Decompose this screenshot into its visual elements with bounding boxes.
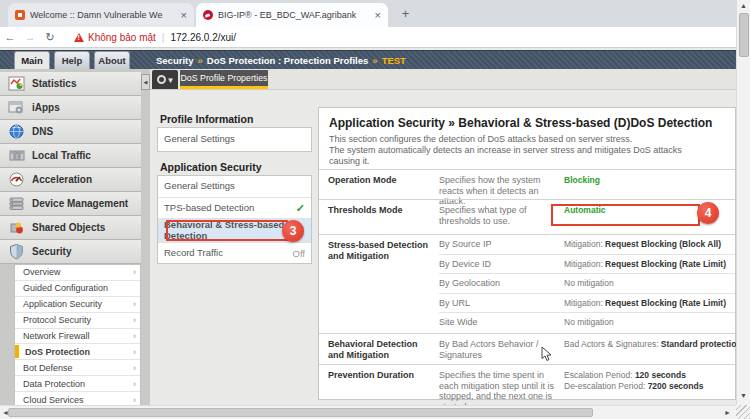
- mitigation-prefix: No mitigation: [564, 317, 614, 327]
- tab-dos-profile-properties[interactable]: DoS Profile Properties: [180, 70, 268, 89]
- menu-item-tps-based-detection[interactable]: TPS-based Detection ✓: [158, 198, 311, 219]
- security-warning-label[interactable]: Không bảo mật: [88, 32, 156, 43]
- sidebar-item-label: Security: [32, 246, 71, 257]
- submenu-label: Overview: [23, 267, 133, 277]
- behavioral-prefix: Bad Actors & Signatures:: [564, 339, 661, 349]
- submenu-item-overview[interactable]: Overview›: [15, 265, 140, 281]
- description-line: The system automatically detects an incr…: [329, 145, 682, 156]
- row-operation-mode: Operation Mode Specifies how the system …: [319, 169, 735, 199]
- horizontal-scrollbar[interactable]: ◄ ►: [0, 405, 736, 419]
- resize-grip[interactable]: [736, 405, 750, 419]
- submenu-label: Protocol Security: [23, 315, 133, 325]
- submenu-item-protocol-security[interactable]: Protocol Security›: [15, 313, 140, 329]
- thresholds-mode-value[interactable]: Automatic: [564, 205, 734, 216]
- sidebar-item-security[interactable]: Security: [0, 240, 141, 264]
- tab-about[interactable]: About: [94, 51, 130, 69]
- menu-item-behavioral-stress-detection[interactable]: Behavioral & Stress-based Detection ✓: [158, 219, 311, 243]
- url-text[interactable]: 172.26.0.2/xui/: [170, 32, 236, 43]
- back-icon[interactable]: ←: [0, 31, 20, 43]
- gear-menu-button[interactable]: ▾: [152, 70, 178, 89]
- tab-close-icon[interactable]: ×: [375, 9, 381, 21]
- chevron-right-icon: ›: [133, 379, 136, 389]
- subrow-by-url[interactable]: By URL Mitigation: Request Blocking (Rat…: [439, 294, 735, 314]
- tab-close-icon[interactable]: ×: [181, 9, 187, 21]
- menu-item-general-settings-2[interactable]: General Settings: [158, 176, 311, 198]
- scroll-right-icon[interactable]: ►: [724, 409, 731, 416]
- sidebar-item-acceleration[interactable]: Acceleration: [0, 168, 141, 192]
- behavioral-setting: Standard protection *: [661, 339, 747, 349]
- sidebar-menu: Statistics iApps DNS Local Traffic Accel…: [0, 72, 141, 264]
- tab-main[interactable]: Main: [14, 51, 50, 70]
- subrow-label: By Geolocation: [439, 278, 500, 288]
- security-submenu: Overview› Guided Configuration Applicati…: [14, 264, 141, 409]
- menu-item-label: Behavioral & Stress-based Detection: [164, 220, 296, 241]
- menu-item-label: TPS-based Detection: [164, 203, 296, 214]
- submenu-item-application-security[interactable]: Application Security›: [15, 297, 140, 313]
- forward-icon[interactable]: →: [20, 31, 40, 43]
- breadcrumb: Security»DoS Protection : Protection Pro…: [156, 55, 406, 66]
- mitigation-prefix: Mitigation:: [564, 239, 605, 249]
- scroll-up-icon[interactable]: ▲: [737, 2, 750, 9]
- subrow-by-device-id[interactable]: By Device ID Mitigation: Request Blockin…: [439, 255, 735, 275]
- escalation-prefix: Escalation Period:: [564, 370, 635, 380]
- reload-icon[interactable]: ↻: [40, 31, 60, 44]
- sidebar-item-dns[interactable]: DNS: [0, 120, 141, 144]
- deescalation-prefix: De-escalation Period:: [564, 381, 648, 391]
- sidebar-item-iapps[interactable]: iApps: [0, 96, 141, 120]
- sidebar-item-statistics[interactable]: Statistics: [0, 72, 141, 96]
- browser-tab-dvwa[interactable]: Welcome :: Damn Vulnerable We ×: [8, 3, 194, 27]
- breadcrumb-root[interactable]: Security: [156, 55, 194, 66]
- submenu-label: Network Firewall: [23, 331, 133, 341]
- sidebar-item-shared-objects[interactable]: Shared Objects: [0, 216, 141, 240]
- subrow-value: Mitigation: Request Blocking (Rate Limit…: [564, 259, 726, 269]
- breadcrumb-separator: »: [198, 55, 203, 66]
- acceleration-icon: [8, 171, 25, 188]
- local-traffic-icon: [8, 147, 25, 164]
- horizontal-scroll-thumb[interactable]: [8, 408, 593, 417]
- menu-item-general-settings[interactable]: General Settings: [158, 128, 311, 151]
- breadcrumb-section[interactable]: DoS Protection : Protection Profiles: [207, 55, 369, 66]
- submenu-item-bot-defense[interactable]: Bot Defense›: [15, 360, 140, 376]
- subrow-by-source-ip[interactable]: By Source IP Mitigation: Request Blockin…: [439, 235, 735, 255]
- submenu-item-dos-protection[interactable]: DoS Protection›: [15, 344, 140, 360]
- sidebar-item-label: Device Management: [32, 198, 128, 209]
- dns-icon: [8, 123, 25, 140]
- submenu-item-data-protection[interactable]: Data Protection›: [15, 376, 140, 392]
- subrow-by-geolocation[interactable]: By Geolocation No mitigation: [439, 274, 735, 294]
- profile-information-box: General Settings: [157, 127, 312, 152]
- application-security-header: Application Security: [160, 161, 262, 173]
- tab-help[interactable]: Help: [54, 51, 90, 69]
- sidebar-item-local-traffic[interactable]: Local Traffic: [0, 144, 141, 168]
- submenu-label: Application Security: [23, 299, 133, 309]
- submenu-item-guided-configuration[interactable]: Guided Configuration: [15, 281, 140, 297]
- mitigation-value: Request Blocking (Rate Limit): [605, 259, 726, 269]
- security-warning-icon[interactable]: [74, 33, 84, 42]
- sidebar-collapse-icon[interactable]: ◀: [141, 74, 150, 90]
- subrow-value: Mitigation: Request Blocking (Block All): [564, 239, 721, 249]
- main-panel: Application Security » Behavioral & Stre…: [318, 107, 736, 400]
- row-label: Operation Mode: [328, 175, 436, 186]
- subrow-value: Mitigation: Request Blocking (Rate Limit…: [564, 298, 726, 308]
- subrow-site-wide[interactable]: Site Wide No mitigation: [439, 313, 735, 333]
- mitigation-value: Request Blocking (Block All): [605, 239, 721, 249]
- description-line: This section configures the detection of…: [329, 134, 682, 145]
- submenu-item-network-firewall[interactable]: Network Firewall›: [15, 329, 140, 345]
- vertical-scroll-thumb[interactable]: [739, 13, 749, 57]
- sidebar-item-label: DNS: [32, 126, 53, 137]
- chevron-right-icon: ›: [133, 395, 136, 405]
- menu-item-label: Record Traffic: [164, 248, 293, 259]
- escalation-value: 120 seconds: [635, 370, 686, 380]
- chevron-right-icon: ›: [133, 315, 136, 325]
- menu-item-record-traffic[interactable]: Record Traffic Off: [158, 243, 311, 263]
- scroll-down-icon[interactable]: ▼: [737, 392, 750, 399]
- operation-mode-value[interactable]: Blocking: [564, 175, 734, 186]
- new-tab-button[interactable]: +: [398, 6, 413, 21]
- browser-tab-bigip[interactable]: BIG-IP® - EB_BDC_WAF.agribank ×: [196, 3, 388, 27]
- sidebar-item-device-management[interactable]: Device Management: [0, 192, 141, 216]
- sidebar-item-label: Shared Objects: [32, 222, 105, 233]
- behavioral-value[interactable]: Bad Actors & Signatures: Standard protec…: [564, 339, 734, 350]
- url-divider: |: [162, 32, 165, 43]
- sidebar-item-label: Statistics: [32, 78, 76, 89]
- check-icon: ✓: [296, 224, 305, 237]
- vertical-scrollbar[interactable]: ▲ ▼: [736, 0, 750, 405]
